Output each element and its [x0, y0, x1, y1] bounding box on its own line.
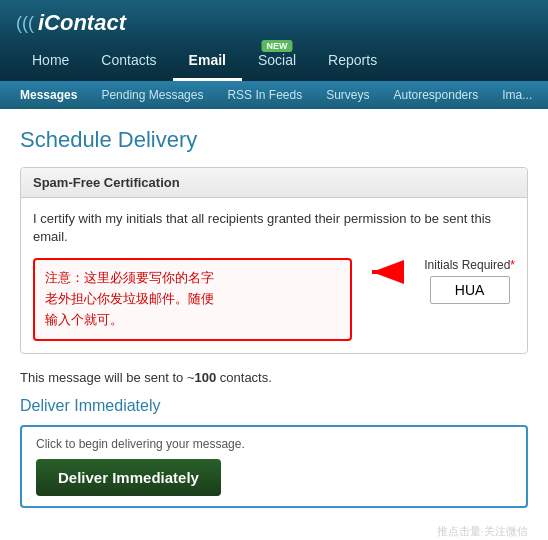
spam-section-header: Spam-Free Certification: [21, 168, 527, 198]
sub-nav-surveys[interactable]: Surveys: [314, 81, 381, 109]
contacts-count: 100: [195, 370, 217, 385]
sub-nav-ima[interactable]: Ima...: [490, 81, 544, 109]
initials-label: Initials Required*: [424, 258, 515, 272]
cert-row: 注意：这里必须要写你的名字 老外担心你发垃圾邮件。随便 输入个就可。: [33, 258, 515, 340]
initials-box: Initials Required*: [424, 258, 515, 304]
page-content: Schedule Delivery Spam-Free Certificatio…: [0, 109, 548, 540]
sub-nav: Messages Pending Messages RSS In Feeds S…: [0, 81, 548, 109]
deliver-immediately-button[interactable]: Deliver Immediately: [36, 459, 221, 496]
arrow-icon: [368, 258, 408, 286]
spam-section: Spam-Free Certification I certify with m…: [20, 167, 528, 354]
sub-nav-rss[interactable]: RSS In Feeds: [215, 81, 314, 109]
nav-home[interactable]: Home: [16, 44, 85, 81]
main-nav: Home Contacts Email NEW Social Reports: [16, 44, 532, 81]
cert-text: I certify with my initials that all reci…: [33, 210, 515, 246]
nav-reports[interactable]: Reports: [312, 44, 393, 81]
nav-social-wrap: NEW Social: [242, 44, 312, 81]
annotation-box: 注意：这里必须要写你的名字 老外担心你发垃圾邮件。随便 输入个就可。: [33, 258, 352, 340]
deliver-section-header-label: Deliver Immediately: [20, 397, 528, 415]
annotation-text: 注意：这里必须要写你的名字 老外担心你发垃圾邮件。随便 输入个就可。: [45, 270, 214, 327]
contacts-text: This message will be sent to ~100 contac…: [20, 370, 528, 385]
logo: ((( iContact: [16, 10, 532, 36]
deliver-inner: Click to begin delivering your message. …: [22, 427, 526, 506]
logo-text: iContact: [38, 10, 126, 36]
sub-nav-messages[interactable]: Messages: [8, 81, 89, 109]
nav-email[interactable]: Email: [173, 44, 242, 81]
sub-nav-autoresponders[interactable]: Autoresponders: [382, 81, 491, 109]
deliver-section: Click to begin delivering your message. …: [20, 425, 528, 508]
deliver-hint: Click to begin delivering your message.: [36, 437, 512, 451]
spam-section-body: I certify with my initials that all reci…: [21, 198, 527, 353]
initials-input[interactable]: [430, 276, 510, 304]
page-title: Schedule Delivery: [20, 127, 528, 153]
watermark: 推点击量·关注微信: [20, 524, 528, 539]
sub-nav-pending[interactable]: Pending Messages: [89, 81, 215, 109]
nav-contacts[interactable]: Contacts: [85, 44, 172, 81]
nav-social[interactable]: Social: [242, 44, 312, 78]
logo-icon: (((: [16, 13, 34, 34]
initials-required-star: *: [510, 258, 515, 272]
header: ((( iContact Home Contacts Email NEW Soc…: [0, 0, 548, 81]
